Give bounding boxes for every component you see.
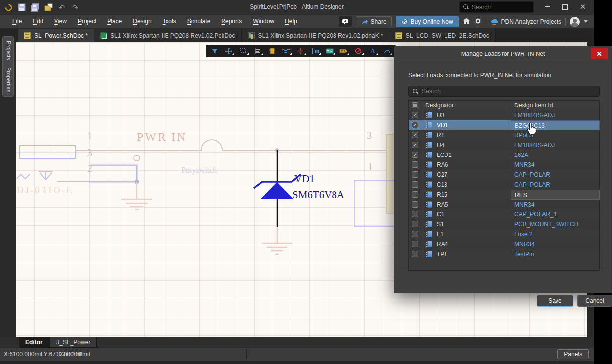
place-part-icon[interactable] (266, 46, 278, 56)
row-design-item-id[interactable]: MNR34 (511, 160, 600, 170)
table-row[interactable]: ✓LCD1162A (409, 150, 599, 160)
row-checkbox[interactable]: ✓ (412, 112, 418, 118)
menu-item-tools[interactable]: Tools (157, 15, 182, 28)
menu-item-window[interactable]: Window (247, 15, 279, 28)
row-checkbox[interactable] (412, 231, 418, 237)
row-design-item-id[interactable]: LM1084IS-ADJ (511, 140, 600, 150)
minimize-button[interactable] (538, 0, 556, 14)
row-design-item-id[interactable]: LM1084IS-ADJ (511, 110, 600, 120)
row-design-item-id[interactable]: RPot S (511, 130, 600, 140)
side-tab-projects[interactable]: Projects (2, 36, 14, 65)
svg-text:D1: D1 (341, 50, 345, 53)
table-row[interactable]: F1Fuse 2 (409, 229, 599, 239)
side-tab-properties[interactable]: Properties (2, 63, 14, 97)
row-design-item-id[interactable]: CAP_POLAR (511, 170, 600, 180)
buy-online-now-button[interactable]: Buy Online Now (396, 16, 459, 27)
table-row[interactable]: R15RES (409, 190, 599, 200)
global-search[interactable] (459, 1, 534, 13)
loads-search-input[interactable] (422, 88, 585, 95)
row-design-item-id[interactable]: MNR34 (511, 200, 600, 209)
selection-rect-icon[interactable] (237, 46, 250, 56)
no-erc-icon[interactable] (352, 46, 365, 56)
maximize-button[interactable] (556, 0, 574, 14)
panels-button[interactable]: Panels (557, 349, 589, 359)
bottom-tab-editor[interactable]: Editor (19, 337, 49, 348)
row-design-item-id[interactable]: RES (511, 190, 600, 200)
menu-item-edit[interactable]: Edit (27, 15, 49, 28)
chevron-down-icon[interactable] (584, 20, 588, 23)
row-design-item-id[interactable]: CAP_POLAR_1 (511, 209, 600, 219)
row-checkbox[interactable] (412, 211, 418, 217)
avatar[interactable] (570, 17, 580, 27)
table-row[interactable]: RA4MNR34 (409, 239, 599, 249)
row-checkbox[interactable] (412, 191, 418, 198)
row-checkbox[interactable]: ✓ (412, 142, 418, 148)
home-button[interactable] (463, 17, 470, 26)
pdn-analyzer-projects-button[interactable]: PDN Analyzer Projects (490, 18, 561, 25)
menu-item-place[interactable]: Place (102, 15, 127, 28)
row-design-item-id[interactable]: TestPin (511, 249, 600, 259)
align-icon[interactable] (251, 46, 264, 56)
row-checkbox[interactable]: ✓ (412, 152, 418, 158)
column-header-design-item-id[interactable]: Design Item Id (514, 102, 553, 109)
row-checkbox[interactable] (412, 251, 418, 257)
menu-item-reports[interactable]: Reports (216, 15, 247, 28)
table-row[interactable]: ✓U4LM1084IS-ADJ (409, 140, 599, 150)
menu-item-help[interactable]: Help (279, 15, 303, 28)
place-sheet-icon[interactable] (323, 46, 336, 56)
row-checkbox[interactable] (412, 171, 418, 178)
bottom-tab-u-sl-power[interactable]: U_SL_Power (49, 337, 97, 348)
place-stimulus-icon[interactable] (309, 46, 322, 56)
table-row[interactable]: ✓U3LM1084IS-ADJ (409, 110, 599, 120)
table-row[interactable]: C27CAP_POLAR (409, 170, 599, 180)
table-row[interactable]: S1PCB_MOUNT_SWITCH (409, 219, 599, 229)
save-button[interactable]: Save (537, 295, 573, 307)
loads-search-box[interactable] (408, 86, 600, 97)
place-wire-icon[interactable] (280, 46, 293, 56)
table-row[interactable]: ✓VD1BZG03C13 (409, 120, 599, 130)
table-row[interactable]: TP1TestPin (409, 249, 599, 259)
menu-item-project[interactable]: Project (72, 15, 102, 28)
row-design-item-id[interactable]: CAP_POLAR (511, 180, 600, 190)
place-harness-d1-icon[interactable]: D1 (337, 46, 350, 56)
doc-tab[interactable]: SL1 Xilinx Spartan-IIE PQ208 Rev1.02.pdn… (242, 29, 389, 42)
settings-button[interactable] (474, 17, 482, 26)
cross-probe-icon[interactable] (223, 46, 235, 56)
row-design-item-id[interactable]: PCB_MOUNT_SWITCH (511, 219, 600, 229)
row-checkbox[interactable] (412, 181, 418, 188)
menu-item-simulate[interactable]: Simulate (182, 15, 216, 28)
table-row[interactable]: C13CAP_POLAR (409, 180, 599, 190)
row-checkbox[interactable] (412, 201, 418, 208)
feedback-button[interactable] (339, 16, 352, 27)
menu-item-view[interactable]: View (49, 15, 72, 28)
row-checkbox[interactable] (412, 221, 418, 227)
table-row[interactable]: RA6MNR34 (409, 160, 599, 170)
doc-tab[interactable]: SL_Power.SchDoc * (18, 29, 94, 42)
place-text-icon[interactable]: A (366, 46, 379, 56)
dialog-close-button[interactable]: ✕ (591, 48, 608, 59)
table-row[interactable]: C1CAP_POLAR_1 (409, 209, 599, 219)
place-arc-icon[interactable] (381, 46, 393, 56)
select-all-checkbox[interactable] (412, 102, 418, 108)
row-design-item-id[interactable]: MNR34 (511, 239, 600, 249)
place-gnd-icon[interactable] (294, 46, 307, 56)
column-header-designator[interactable]: Designator (425, 102, 454, 109)
table-row[interactable]: ✓R1RPot S (409, 130, 599, 140)
table-row[interactable]: RA5MNR34 (409, 200, 599, 209)
doc-tab[interactable]: SL_LCD_SW_LED_2E.SchDoc (389, 29, 496, 42)
menu-item-file[interactable]: File (7, 15, 27, 28)
close-window-button[interactable]: ✕ (574, 0, 592, 14)
row-checkbox[interactable] (412, 161, 418, 168)
menu-item-design[interactable]: Design (127, 15, 157, 28)
filter-icon[interactable] (208, 46, 221, 56)
row-design-item-id[interactable]: Fuse 2 (511, 229, 600, 239)
row-checkbox[interactable]: ✓ (412, 132, 418, 138)
row-design-item-id[interactable]: BZG03C13 (511, 120, 600, 130)
doc-tab[interactable]: SL1 Xilinx Spartan-IIE PQ208 Rev1.02.Pcb… (94, 29, 241, 42)
row-checkbox[interactable] (412, 241, 418, 247)
share-button[interactable]: Share (356, 16, 392, 27)
global-search-input[interactable] (472, 4, 526, 11)
row-checkbox[interactable]: ✓ (412, 122, 418, 128)
row-design-item-id[interactable]: 162A (511, 150, 600, 160)
cancel-button[interactable]: Cancel (577, 295, 612, 307)
